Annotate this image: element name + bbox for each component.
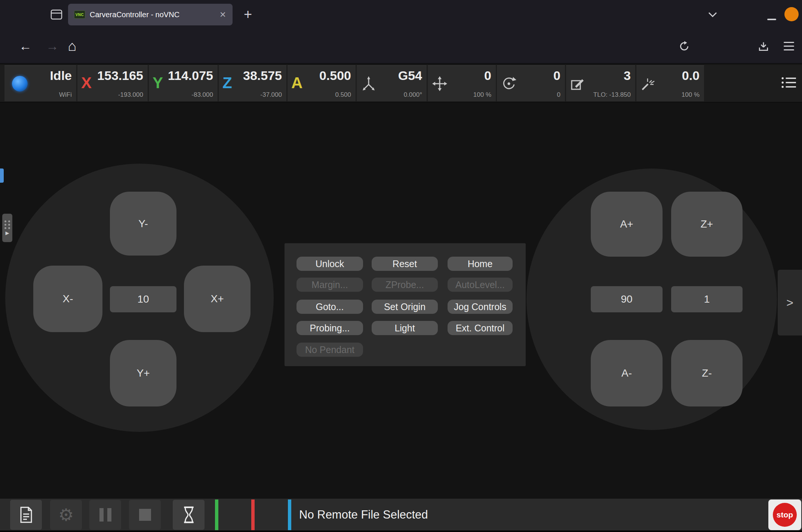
cnc-status-bar: Idle WiFi X 153.165 -193.000 Y 114.075 -… <box>0 65 802 102</box>
jog-y-minus-button[interactable]: Y- <box>110 192 176 256</box>
machine-state-segment[interactable]: Idle WiFi <box>4 65 76 101</box>
set-origin-button[interactable]: Set Origin <box>372 300 438 314</box>
spindle-sub: 0 <box>557 91 560 99</box>
tab-overview-icon[interactable] <box>49 8 64 21</box>
novnc-control-bar-hint[interactable] <box>0 168 4 183</box>
emergency-stop-button[interactable]: stop <box>773 503 797 527</box>
axis-z-segment[interactable]: Z 38.575 -37.000 <box>219 65 286 101</box>
axis-x-segment[interactable]: X 153.165 -193.000 <box>77 65 148 101</box>
spindle-segment[interactable]: 0 0 <box>497 65 565 101</box>
axis-z-value: 38.575 <box>243 68 282 83</box>
jog-z-plus-button[interactable]: Z+ <box>671 192 743 257</box>
window-minimize-button[interactable] <box>767 19 776 20</box>
novnc-control-handle[interactable]: ▶ <box>2 214 12 242</box>
axis-y-machine-value: -83.000 <box>191 91 213 99</box>
home-button[interactable]: ⌂ <box>62 29 83 64</box>
save-page-icon[interactable] <box>753 29 774 64</box>
axis-x-value: 153.165 <box>97 68 143 83</box>
axis-x-label: X <box>81 74 92 92</box>
a-step-button[interactable]: 90 <box>591 286 663 312</box>
tool-segment[interactable]: 3 TLO: -13.850 <box>566 65 635 101</box>
ext-control-button[interactable]: Ext. Control <box>448 321 513 335</box>
wcs-value: G54 <box>398 68 422 83</box>
gear-icon: ⚙ <box>58 506 74 523</box>
jog-a-plus-button[interactable]: A+ <box>591 192 663 257</box>
jog-y-plus-button[interactable]: Y+ <box>110 340 176 406</box>
tool-icon <box>570 75 586 92</box>
tab-close-icon[interactable]: × <box>219 9 227 20</box>
axis-y-label: Y <box>153 74 163 92</box>
axis-a-machine-value: 0.500 <box>335 91 351 99</box>
pause-icon <box>99 508 111 522</box>
axis-tripod-icon <box>360 75 377 92</box>
axis-a-value: 0.500 <box>319 68 351 83</box>
xy-step-button[interactable]: 10 <box>110 286 176 312</box>
browser-tab-bar: VNC CarveraController - noVNC × + <box>0 0 802 29</box>
spindle-value: 0 <box>553 68 560 83</box>
menu-icon[interactable] <box>778 29 799 64</box>
axis-y-value: 114.075 <box>168 68 213 83</box>
probing-button[interactable]: Probing... <box>296 321 363 335</box>
back-button[interactable]: ← <box>15 29 36 64</box>
margin-button: Margin... <box>296 278 363 292</box>
move-arrows-icon <box>431 75 448 92</box>
zprobe-button: ZProbe... <box>372 278 438 292</box>
stop-job-button <box>129 500 161 530</box>
laser-segment[interactable]: 0.0 100 % <box>636 65 704 101</box>
connection-type: WiFi <box>59 91 72 99</box>
feed-value: 0 <box>484 68 491 83</box>
browser-tab[interactable]: VNC CarveraController - noVNC × <box>68 4 233 25</box>
status-menu-icon[interactable] <box>781 76 797 90</box>
jog-a-minus-button[interactable]: A- <box>591 340 663 406</box>
wcs-segment[interactable]: G54 0.000° <box>357 65 427 101</box>
no-pendant-button: No Pendant <box>296 343 363 357</box>
z-step-button[interactable]: 1 <box>671 286 743 312</box>
remote-file-status: No Remote File Selected <box>299 499 428 531</box>
tab-title: CarveraController - noVNC <box>90 10 215 19</box>
unlock-button[interactable]: Unlock <box>296 257 363 271</box>
axis-z-machine-value: -37.000 <box>260 91 282 99</box>
reload-icon[interactable] <box>674 29 695 64</box>
laser-override: 100 % <box>682 91 700 99</box>
axis-x-machine-value: -193.000 <box>118 91 143 99</box>
machine-state: Idle <box>50 68 72 83</box>
axis-a-segment[interactable]: A 0.500 0.500 <box>288 65 356 101</box>
expand-panel-button[interactable]: > <box>778 270 802 335</box>
bottom-strip <box>0 531 802 532</box>
feed-segment[interactable]: 0 100 % <box>428 65 496 101</box>
forward-button[interactable]: → <box>42 29 63 64</box>
control-panel: Unlock Reset Home Margin... ZProbe... Au… <box>285 243 526 366</box>
hourglass-icon <box>182 505 196 524</box>
light-button[interactable]: Light <box>372 321 438 335</box>
jog-controls-button[interactable]: Jog Controls <box>448 300 513 314</box>
window-button-orange[interactable] <box>784 7 799 21</box>
new-tab-button[interactable]: + <box>239 5 256 23</box>
pause-button <box>89 500 121 530</box>
connection-status-icon <box>12 76 28 92</box>
progress-bar-green <box>215 499 218 530</box>
file-icon <box>18 505 34 525</box>
tool-tlo: TLO: -13.850 <box>593 91 631 99</box>
axis-a-label: A <box>291 74 302 92</box>
open-file-button[interactable] <box>10 500 42 530</box>
screen: VNC CarveraController - noVNC × + ← → ⌂ … <box>0 0 802 532</box>
goto-button[interactable]: Goto... <box>296 300 363 314</box>
laser-value: 0.0 <box>682 68 700 83</box>
jog-x-minus-button[interactable]: X- <box>33 266 102 332</box>
handle-arrow-icon: ▶ <box>6 231 9 235</box>
reset-button[interactable]: Reset <box>372 257 438 271</box>
settings-button: ⚙ <box>50 500 82 530</box>
home-machine-button[interactable]: Home <box>448 257 513 271</box>
emergency-stop-chip[interactable]: stop <box>768 499 801 530</box>
axis-z-label: Z <box>222 74 232 92</box>
list-all-tabs-chevron-icon[interactable] <box>707 11 718 19</box>
novnc-favicon-icon: VNC <box>74 10 85 19</box>
jog-x-plus-button[interactable]: X+ <box>184 266 251 332</box>
spindle-rotation-icon <box>501 75 517 92</box>
progress-bar-red <box>251 499 255 530</box>
run-time-button[interactable] <box>173 500 205 530</box>
stop-square-icon <box>139 509 151 521</box>
jog-z-minus-button[interactable]: Z- <box>671 340 743 406</box>
bottom-bar: ⚙ No Remote File Selected stop <box>0 498 802 531</box>
axis-y-segment[interactable]: Y 114.075 -83.000 <box>149 65 218 101</box>
